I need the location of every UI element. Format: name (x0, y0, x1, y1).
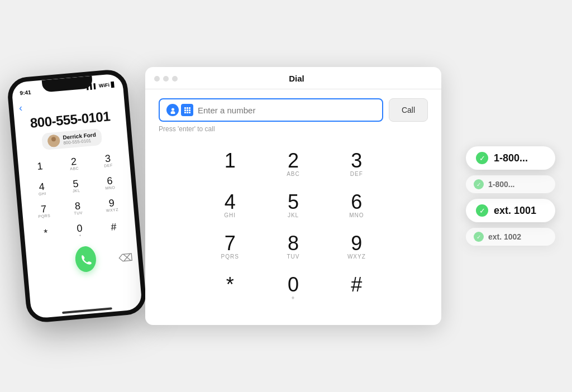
badge-ext1002: ✓ ext. 1002 (466, 228, 555, 246)
badge-check-icon-3: ✓ (476, 204, 488, 217)
dialpad-grid: 1 2 ABC 3 DEF 4 GHI 5 JKL 6 MNO (198, 144, 388, 309)
dial-key-2[interactable]: 2 ABC (261, 144, 325, 185)
svg-rect-6 (189, 107, 190, 109)
dialog-divider (145, 89, 441, 89)
traffic-light-maximize[interactable] (172, 76, 178, 82)
svg-point-1 (50, 142, 58, 148)
phone-contact-card: Derrick Ford 800-555-0101 (41, 128, 103, 150)
badge-ext1001-text: ext. 1001 (494, 205, 536, 217)
dial-key-6[interactable]: 6 MNO (325, 185, 388, 227)
phone-key-9[interactable]: 9 wxyz (95, 193, 128, 216)
dial-key-4[interactable]: 4 GHI (198, 185, 261, 227)
svg-point-2 (171, 108, 174, 111)
phone-key-star[interactable]: * (29, 222, 63, 245)
traffic-light-minimize[interactable] (163, 76, 169, 82)
badge-check-icon: ✓ (476, 152, 488, 164)
phone-key-8[interactable]: 8 tuv (61, 197, 94, 219)
call-button[interactable]: Call (389, 98, 428, 122)
badge-1800-secondary: ✓ 1-800... (466, 175, 555, 193)
phone-content: ‹ 800-555-0101 Derrick Ford 800-555-0101 (13, 90, 142, 311)
svg-rect-5 (187, 107, 188, 109)
phone-home-bar (61, 307, 112, 314)
badge-1800-secondary-text: 1-800... (488, 180, 514, 189)
svg-rect-10 (184, 112, 186, 113)
phone-dialpad: 1 2 abc 3 def 4 ghi 5 jkl (23, 149, 131, 244)
input-row: Call (159, 98, 428, 122)
phone-key-hash[interactable]: # (97, 216, 131, 238)
badges-wrapper: ✓ 1-800... ✓ 1-800... ✓ ext. 1001 ✓ ext.… (466, 146, 555, 246)
phone-key-7[interactable]: 7 pqrs (27, 199, 61, 222)
phone-back-button[interactable]: ‹ (18, 102, 23, 114)
phone-key-0[interactable]: 0 + (63, 218, 97, 241)
svg-point-0 (51, 137, 56, 142)
dial-key-hash[interactable]: # (325, 268, 388, 309)
badge-1800-text: 1-800... (494, 152, 528, 164)
number-input-box[interactable] (159, 98, 383, 122)
press-enter-hint: Press 'enter' to call (159, 125, 428, 133)
phone-call-button[interactable] (74, 246, 97, 273)
dial-key-9[interactable]: 9 WXYZ (325, 227, 388, 268)
badge-check-icon-4: ✓ (474, 232, 484, 242)
wifi-icon: WiFi (99, 82, 110, 89)
dial-key-7[interactable]: 7 PQRS (198, 227, 261, 268)
dial-dialog: Dial (145, 67, 441, 325)
svg-rect-4 (184, 107, 186, 109)
dialog-title: Dial (181, 74, 412, 83)
phone-key-4[interactable]: 4 ghi (25, 177, 59, 200)
badge-1800: ✓ 1-800... (466, 146, 555, 170)
dial-key-1[interactable]: 1 (198, 144, 261, 185)
phone-key-3[interactable]: 3 def (91, 149, 125, 171)
dialog-titlebar: Dial (145, 67, 441, 89)
phone-contact-info: Derrick Ford 800-555-0101 (63, 132, 97, 146)
badge-ext1001: ✓ ext. 1001 (466, 199, 555, 222)
dial-key-0[interactable]: 0 + (261, 268, 325, 309)
svg-rect-7 (184, 109, 186, 111)
phone-key-1[interactable]: 1 (23, 155, 57, 178)
phone-key-2[interactable]: 2 abc (57, 152, 90, 175)
badge-ext1002-text: ext. 1002 (488, 232, 521, 241)
number-input[interactable] (198, 106, 375, 115)
phone-actions: ⌫ (31, 242, 133, 276)
phone-delete-button[interactable]: ⌫ (118, 251, 133, 265)
svg-point-3 (170, 111, 175, 114)
dial-key-5[interactable]: 5 JKL (261, 185, 325, 227)
dialpad-icon (181, 104, 193, 116)
dialog-body: Call Press 'enter' to call 1 2 ABC 3 DEF… (145, 98, 441, 325)
svg-rect-11 (187, 112, 188, 113)
phone-time: 9:41 (20, 89, 31, 96)
phone-mockup: 9:41 ▌▌▌ WiFi ▊ ‹ 800-555-0101 D (6, 68, 147, 323)
phone-display-number: 800-555-0101 (30, 108, 111, 131)
avatar (47, 134, 60, 147)
phone-body: 9:41 ▌▌▌ WiFi ▊ ‹ 800-555-0101 D (6, 68, 147, 323)
phone-key-6[interactable]: 6 mno (93, 171, 127, 194)
dial-key-3[interactable]: 3 DEF (325, 144, 388, 185)
svg-rect-9 (189, 109, 190, 111)
phone-key-5[interactable]: 5 jkl (59, 174, 93, 197)
svg-rect-12 (189, 112, 190, 113)
dial-key-8[interactable]: 8 TUV (261, 227, 325, 268)
dial-key-star[interactable]: * (198, 268, 261, 309)
svg-rect-8 (187, 109, 188, 111)
traffic-light-close[interactable] (154, 76, 160, 82)
battery-icon: ▊ (111, 82, 115, 88)
contact-icon (166, 104, 179, 116)
backspace-icon: ⌫ (118, 252, 133, 264)
chevron-left-icon: ‹ (18, 102, 23, 113)
input-icons (166, 104, 193, 116)
badge-check-icon-2: ✓ (474, 179, 484, 189)
